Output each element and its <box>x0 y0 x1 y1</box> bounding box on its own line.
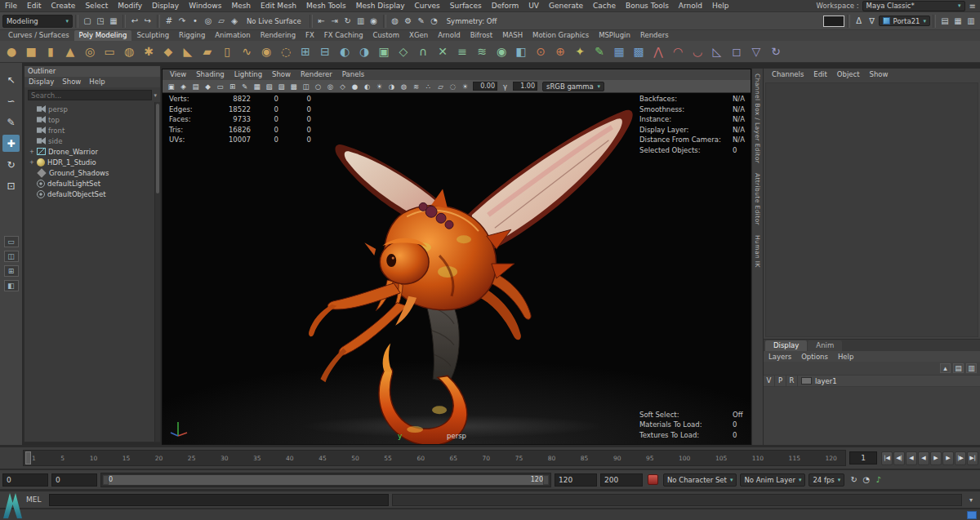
field-chart-icon[interactable]: ◫ <box>300 81 312 91</box>
exposure-field[interactable] <box>473 82 497 91</box>
xray-icon[interactable]: ▱ <box>434 81 447 91</box>
shelf-tab-poly-modeling[interactable]: Poly Modeling <box>74 30 132 41</box>
range-handle-right[interactable] <box>543 475 549 485</box>
exposure-icon[interactable]: ☀ <box>459 81 471 91</box>
channel-menu-channels[interactable]: Channels <box>767 70 808 81</box>
bookmarks-icon[interactable]: ◆ <box>202 81 214 91</box>
snap-to-grid-icon[interactable]: # <box>163 15 176 28</box>
pan-zoom-icon[interactable]: ⊞ <box>226 81 238 91</box>
new-scene-icon[interactable]: ▢ <box>81 15 94 28</box>
go-to-end-button[interactable]: ▶| <box>967 451 978 465</box>
ao-icon[interactable]: ◍ <box>398 81 410 91</box>
playback-start-field[interactable] <box>51 473 97 487</box>
layer-visible-toggle[interactable]: V <box>764 375 775 387</box>
select-tool[interactable]: ↖ <box>2 71 20 88</box>
animation-start-field[interactable] <box>2 473 48 487</box>
extrude-icon[interactable]: ▣ <box>374 42 394 61</box>
scrollbar-thumb[interactable] <box>156 104 159 193</box>
harden-edge-icon[interactable]: ◡ <box>688 42 707 61</box>
playback-end-field[interactable] <box>555 473 597 487</box>
shelf-tab-custom[interactable]: Custom <box>368 30 405 41</box>
expand-icon[interactable]: + <box>28 149 36 155</box>
new-empty-layer-icon[interactable]: ▤ <box>953 363 964 373</box>
bridge-icon[interactable]: ∩ <box>413 42 433 61</box>
anim-layer-dropdown[interactable]: No Anim Layer ▾ <box>740 473 805 487</box>
shadows-icon[interactable]: ◑ <box>385 81 398 91</box>
audio-icon[interactable]: ♪ <box>872 475 884 484</box>
lock-camera-icon[interactable]: ◈ <box>177 81 189 91</box>
move-tool[interactable]: ✚ <box>2 135 20 152</box>
quad-draw-icon[interactable]: ✎ <box>590 42 609 61</box>
channel-menu-object[interactable]: Object <box>832 70 865 81</box>
input-connections-icon[interactable]: ⇤ <box>315 15 328 28</box>
go-to-start-button[interactable]: |◀ <box>881 451 893 465</box>
poly-soccerball-icon[interactable]: ◉ <box>256 42 276 61</box>
new-layer-from-selected-icon[interactable]: ▥ <box>966 363 977 373</box>
quadrangulate-icon[interactable]: ◻ <box>727 42 746 61</box>
redo-icon[interactable]: ↪ <box>141 15 154 28</box>
render-view-icon[interactable]: ▥ <box>354 15 368 28</box>
shelf-tab-fx[interactable]: FX <box>301 30 319 41</box>
help-line-button[interactable] <box>967 511 977 519</box>
viewport-canvas[interactable]: Verts:882200Edges:1852200Faces:973300Tri… <box>163 93 751 444</box>
absolute-transform-icon[interactable]: Δ <box>853 15 866 28</box>
camera-attributes-icon[interactable]: ▤ <box>189 81 202 91</box>
menu-arnold[interactable]: Arnold <box>674 0 707 12</box>
step-back-key-button[interactable]: ◀| <box>893 451 905 465</box>
menu-select[interactable]: Select <box>80 0 113 12</box>
menu-edit[interactable]: Edit <box>22 0 46 12</box>
film-gate-icon[interactable]: ▧ <box>263 81 275 91</box>
multi-cut-icon[interactable]: ✕ <box>433 42 452 61</box>
menu-uv[interactable]: UV <box>523 0 544 12</box>
current-frame-field[interactable] <box>849 451 877 464</box>
step-back-frame-button[interactable]: ◀ <box>906 451 917 465</box>
outliner-persp-layout-button[interactable]: ◧ <box>4 280 19 291</box>
shelf-tab-bifrost[interactable]: Bifrost <box>466 30 497 41</box>
menu-modify[interactable]: Modify <box>113 0 147 12</box>
combine-icon[interactable]: ⊞ <box>296 42 315 61</box>
outliner-item-ground-shadows[interactable]: Ground_Shadows <box>24 167 160 178</box>
shelf-tab-curves-surfaces[interactable]: Curves / Surfaces <box>3 30 74 41</box>
timeline-track[interactable]: 1510152025303540455055606570758085909510… <box>23 450 846 466</box>
viewport-menu-shading[interactable]: Shading <box>191 69 229 80</box>
shelf-tab-sculpting[interactable]: Sculpting <box>131 30 174 41</box>
mirror-icon[interactable]: ◧ <box>511 42 531 61</box>
reduce-icon[interactable]: ▽ <box>746 42 766 61</box>
fps-dropdown[interactable]: 24 fps ▾ <box>808 473 844 487</box>
bevel-icon[interactable]: ◇ <box>394 42 413 61</box>
poly-prism-icon[interactable]: ▰ <box>198 42 217 61</box>
outliner-menu-show[interactable]: Show <box>58 77 85 87</box>
chevron-down-icon[interactable]: ▾ <box>154 92 157 99</box>
outliner-scrollbar[interactable] <box>154 102 160 442</box>
select-camera-icon[interactable]: ▣ <box>165 81 177 91</box>
poly-cube-icon[interactable]: ■ <box>21 42 41 61</box>
character-set-dropdown[interactable]: No Character Set ▾ <box>663 473 737 487</box>
viewport-menu-panels[interactable]: Panels <box>337 69 369 80</box>
outliner-menu-help[interactable]: Help <box>85 77 109 87</box>
move-layer-up-icon[interactable]: ▴ <box>940 363 951 373</box>
viewport-menu-view[interactable]: View <box>165 69 191 80</box>
menu-edit-mesh[interactable]: Edit Mesh <box>256 0 301 12</box>
lights-icon[interactable]: ☀ <box>373 81 385 91</box>
boolean-difference-icon[interactable]: ◑ <box>354 42 374 61</box>
target-weld-icon[interactable]: ⊙ <box>531 42 550 61</box>
insert-edge-loop-icon[interactable]: ≡ <box>452 42 472 61</box>
uv-editor-icon[interactable]: ▩ <box>629 42 648 61</box>
shelf-tab-rendering[interactable]: Rendering <box>256 30 301 41</box>
channel-menu-show[interactable]: Show <box>864 70 893 81</box>
range-handle-left[interactable] <box>103 475 109 485</box>
poly-plane-icon[interactable]: ▭ <box>100 42 119 61</box>
outliner-item-persp[interactable]: persp <box>24 104 160 114</box>
rotate-tool[interactable]: ↻ <box>2 156 20 173</box>
menu-set-dropdown[interactable]: Modeling ▾ <box>2 15 73 28</box>
outliner-item-defaultlightset[interactable]: defaultLightSet <box>24 178 160 189</box>
render-settings-icon[interactable]: ⚙ <box>402 15 415 28</box>
shelf-tab-mash[interactable]: MASH <box>497 30 528 41</box>
outliner-item-side[interactable]: side <box>24 136 160 146</box>
search-input[interactable] <box>28 90 152 100</box>
character-set-key-icon[interactable] <box>648 474 658 485</box>
spin-edge-icon[interactable]: ↻ <box>766 42 786 61</box>
undo-icon[interactable]: ↩ <box>128 15 141 28</box>
menu-create[interactable]: Create <box>47 0 81 12</box>
poly-superellipse-icon[interactable]: ◌ <box>276 42 296 61</box>
